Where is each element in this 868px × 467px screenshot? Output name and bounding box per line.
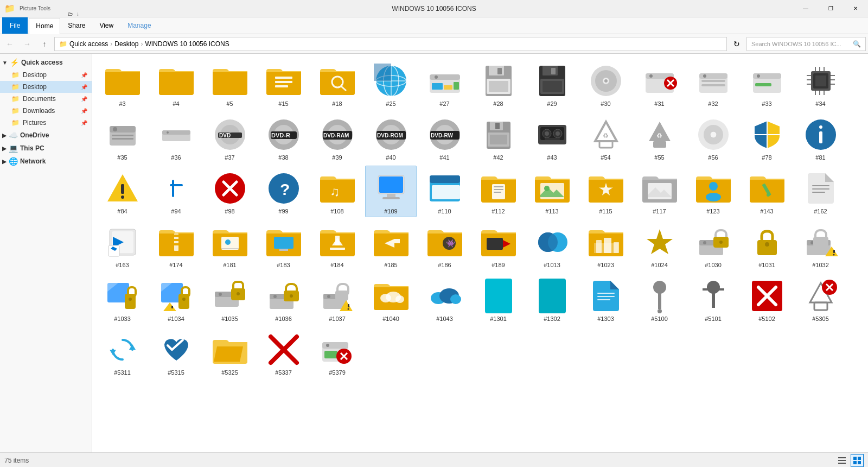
sidebar-item-desktop2[interactable]: 📁 Desktop 📌: [0, 81, 92, 93]
icon-item-113[interactable]: #113: [526, 166, 578, 217]
icon-item-42[interactable]: #42: [473, 112, 524, 163]
icon-item-28[interactable]: #28: [473, 58, 524, 110]
icon-item-43[interactable]: #43: [526, 112, 578, 163]
icon-item-185[interactable]: #185: [365, 219, 417, 271]
icon-item-184[interactable]: #184: [311, 219, 363, 271]
sidebar-item-desktop1[interactable]: 📁 Desktop 📌: [0, 69, 92, 81]
search-box[interactable]: Search WINDOWS 10 10056 IC... 🔍: [746, 37, 866, 51]
icon-item-3[interactable]: #3: [97, 58, 148, 110]
icon-item-38[interactable]: DVD-R#38: [258, 112, 309, 163]
icon-item-31[interactable]: #31: [634, 58, 685, 110]
maximize-button[interactable]: ❐: [818, 0, 843, 17]
icon-item-1032[interactable]: #1032: [795, 219, 846, 271]
refresh-button[interactable]: ↻: [729, 36, 744, 52]
sidebar-item-documents[interactable]: 📁 Documents 📌: [0, 93, 92, 105]
icon-item-5315[interactable]: #5315: [150, 327, 202, 378]
icon-item-115[interactable]: #115: [580, 166, 631, 217]
icon-item-1303[interactable]: #1303: [580, 273, 631, 325]
tab-view[interactable]: View: [93, 17, 120, 34]
icon-item-99[interactable]: ?#99: [258, 166, 309, 217]
icon-item-56[interactable]: #56: [687, 112, 739, 163]
icon-item-1040[interactable]: #1040: [365, 273, 417, 325]
icon-item-181[interactable]: #181: [204, 219, 256, 271]
icon-item-186[interactable]: 👾#186: [419, 219, 470, 271]
icon-item-174[interactable]: #174: [150, 219, 202, 271]
address-path[interactable]: 📁 Quick access › Desktop › WINDOWS 10 10…: [54, 37, 727, 51]
icon-item-108[interactable]: ♫#108: [311, 166, 363, 217]
icon-item-30[interactable]: #30: [580, 58, 631, 110]
sidebar-thispc[interactable]: ▶ 💻 This PC: [0, 142, 92, 155]
tab-file[interactable]: File: [2, 17, 28, 34]
icon-item-5102[interactable]: #5102: [741, 273, 793, 325]
icon-item-32[interactable]: #32: [687, 58, 739, 110]
tab-manage[interactable]: Manage: [121, 17, 157, 34]
icon-item-109[interactable]: #109: [365, 166, 417, 217]
icon-item-78[interactable]: #78: [741, 112, 793, 163]
icon-item-1036[interactable]: #1036: [258, 273, 309, 325]
icon-item-5337[interactable]: #5337: [258, 327, 309, 378]
icon-item-29[interactable]: #29: [526, 58, 578, 110]
icon-item-1024[interactable]: #1024: [634, 219, 685, 271]
icon-item-1031[interactable]: #1031: [741, 219, 793, 271]
icon-item-110[interactable]: #110: [419, 166, 470, 217]
icon-item-117[interactable]: #117: [634, 166, 685, 217]
icon-item-1023[interactable]: #1023: [580, 219, 631, 271]
icon-item-112[interactable]: #112: [473, 166, 524, 217]
icon-item-5305[interactable]: #5305: [795, 273, 846, 325]
icon-item-4[interactable]: #4: [150, 58, 202, 110]
forward-button[interactable]: →: [20, 36, 35, 52]
icon-item-36[interactable]: #36: [150, 112, 202, 163]
tab-share[interactable]: Share: [61, 17, 92, 34]
icon-item-94[interactable]: #94: [150, 166, 202, 217]
icon-item-41[interactable]: DVD-RW#41: [419, 112, 470, 163]
icon-item-162[interactable]: #162: [795, 166, 846, 217]
icon-item-39[interactable]: DVD-RAM#39: [311, 112, 363, 163]
icon-item-143[interactable]: #143: [741, 166, 793, 217]
sidebar-network[interactable]: ▶ 🌐 Network: [0, 155, 92, 168]
icon-item-189[interactable]: #189: [473, 219, 524, 271]
icon-item-5379[interactable]: #5379: [311, 327, 363, 378]
icon-item-84[interactable]: #84: [97, 166, 148, 217]
icon-item-55[interactable]: ♻#55: [634, 112, 685, 163]
icon-item-1302[interactable]: #1302: [526, 273, 578, 325]
icon-item-5325[interactable]: #5325: [204, 327, 256, 378]
icon-item-5[interactable]: #5: [204, 58, 256, 110]
icon-item-1013[interactable]: #1013: [526, 219, 578, 271]
icon-item-40[interactable]: DVD-ROM#40: [365, 112, 417, 163]
icon-item-81[interactable]: #81: [795, 112, 846, 163]
icon-item-18[interactable]: #18: [311, 58, 363, 110]
icon-item-183[interactable]: #183: [258, 219, 309, 271]
icon-item-123[interactable]: #123: [687, 166, 739, 217]
tab-home[interactable]: Home: [29, 18, 60, 34]
icon-item-15[interactable]: #15: [258, 58, 309, 110]
icon-item-5100[interactable]: #5100: [634, 273, 685, 325]
icon-item-1033[interactable]: #1033: [97, 273, 148, 325]
icon-item-54[interactable]: ♻#54: [580, 112, 631, 163]
icon-item-1037[interactable]: #1037: [311, 273, 363, 325]
path-quickaccess[interactable]: Quick access: [69, 40, 108, 48]
icon-item-1301[interactable]: #1301: [473, 273, 524, 325]
icon-item-25[interactable]: #25: [365, 58, 417, 110]
icon-item-35[interactable]: #35: [97, 112, 148, 163]
close-button[interactable]: ✕: [843, 0, 868, 17]
sidebar-onedrive[interactable]: ▶ ☁️ OneDrive: [0, 129, 92, 142]
icon-item-1030[interactable]: #1030: [687, 219, 739, 271]
icon-item-163[interactable]: #163: [97, 219, 148, 271]
icon-item-98[interactable]: #98: [204, 166, 256, 217]
minimize-button[interactable]: —: [793, 0, 818, 17]
sidebar-item-downloads[interactable]: 📁 Downloads 📌: [0, 105, 92, 117]
sidebar-quickaccess-header[interactable]: ▼ ⚡ Quick access: [0, 56, 92, 69]
icon-item-5101[interactable]: #5101: [687, 273, 739, 325]
icon-item-37[interactable]: DVD#37: [204, 112, 256, 163]
path-desktop[interactable]: Desktop: [114, 40, 138, 48]
grid-view-button[interactable]: [851, 454, 864, 467]
sidebar-item-pictures[interactable]: 📁 Pictures 📌: [0, 117, 92, 129]
up-button[interactable]: ↑: [37, 36, 52, 52]
icon-item-1034[interactable]: #1034: [150, 273, 202, 325]
icon-item-33[interactable]: #33: [741, 58, 793, 110]
back-button[interactable]: ←: [2, 36, 17, 52]
path-folder[interactable]: WINDOWS 10 10056 ICONS: [145, 40, 229, 48]
list-view-button[interactable]: [835, 454, 848, 467]
icon-item-34[interactable]: #34: [795, 58, 846, 110]
icon-item-5311[interactable]: #5311: [97, 327, 148, 378]
